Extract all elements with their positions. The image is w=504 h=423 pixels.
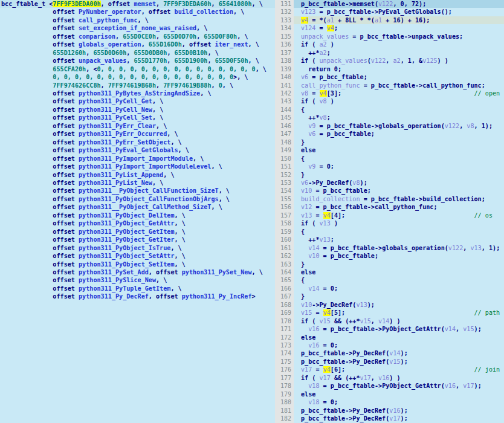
pseudocode-line[interactable]: p_bcc_ftable->Py_DecRef(v14);	[294, 349, 504, 357]
disassembly-line[interactable]: offset python311_PyList_Append, \	[0, 171, 275, 179]
local-variable[interactable]: v13	[301, 212, 312, 219]
number-literal[interactable]: 655D0CE0h	[123, 33, 156, 40]
symbol-name[interactable]: python311__PyObject_CallFunction_SizeT	[79, 187, 219, 194]
local-variable[interactable]: a2	[319, 50, 326, 56]
pseudocode-line[interactable]: v10 = p_bcc_ftable;	[294, 187, 504, 195]
disassembly-pane[interactable]: bcc_ftable_t <7FF9F3DEDA00h, offset mems…	[0, 0, 275, 423]
local-variable[interactable]: v17	[301, 366, 312, 373]
disassembly-line[interactable]	[0, 382, 275, 390]
number-literal[interactable]: 0, 0, 0, 0, 0, 0, 0, 0, 0, 0, 0, 0, 0, 0…	[97, 66, 256, 73]
pseudocode-line[interactable]: p_bcc_ftable->memset(v122, 0, 72);	[294, 0, 504, 8]
pseudocode-line[interactable]: v12 = p_bcc_ftable->call_python_func;	[294, 203, 504, 211]
local-variable[interactable]: v18	[308, 383, 319, 389]
number-literal[interactable]: 0, 0, 0, 0, 0, 0, 0, 0, 0, 0, 0, 0, 0, 0…	[53, 74, 233, 80]
symbol-name[interactable]: python311_PyObject_GetAttr	[79, 220, 175, 227]
disassembly-line[interactable]: offset python311_PyErr_SetObject, \	[0, 138, 275, 146]
number-literal[interactable]: 655D0D60h	[93, 50, 126, 56]
local-variable[interactable]: v10	[308, 253, 319, 259]
symbol-name[interactable]: call_python_func	[79, 17, 138, 24]
pseudocode-line[interactable]: ++*v8;	[294, 114, 504, 121]
disassembly-line[interactable]: offset python311_PyObject_SetAttr, \	[0, 252, 275, 260]
pseudocode-line[interactable]: v6 = p_bcc_ftable;	[294, 130, 504, 138]
disassembly-line[interactable]: offset python311__PyObject_CallMethod_Si…	[0, 203, 275, 211]
pseudocode-line[interactable]: else	[294, 268, 504, 276]
local-variable[interactable]: v124	[301, 25, 315, 31]
pseudocode-line[interactable]: if ( v15 && (++*v15, v14) )	[294, 317, 504, 325]
symbol-name[interactable]: python311_PySlice_New	[79, 277, 156, 283]
disassembly-line[interactable]: offset python311_PyTuple_GetItem, \	[0, 285, 275, 292]
disassembly-line[interactable]	[0, 358, 275, 366]
disassembly-line[interactable]: offset python311_PySet_Add, offset pytho…	[0, 268, 275, 276]
local-variable[interactable]: v16	[445, 383, 456, 389]
symbol-name[interactable]: python311_PyErr_Occurred	[79, 131, 167, 137]
disassembly-line[interactable]	[0, 407, 275, 415]
local-variable[interactable]: v13	[470, 245, 481, 251]
symbol-name[interactable]: python311_PyCell_Set	[79, 114, 152, 121]
symbol-name[interactable]: iter_next	[215, 41, 248, 48]
pseudocode-line[interactable]: }	[294, 292, 504, 300]
symbol-name[interactable]: unpack_values	[79, 57, 126, 64]
local-variable[interactable]: v17	[389, 415, 400, 422]
pseudocode-line[interactable]: if ( v17 && (++*v17, v16) )	[294, 374, 504, 382]
local-variable[interactable]: v16	[308, 342, 319, 349]
pseudocode-line[interactable]: v18 = p_bcc_ftable->PyObject_GetAttr(v16…	[294, 382, 504, 390]
symbol-name[interactable]: python311_Py_IncRef	[182, 293, 252, 300]
local-variable[interactable]: v6	[301, 74, 308, 80]
symbol-name[interactable]: python311_PyErr_Clear	[79, 123, 156, 129]
local-variable[interactable]: v122	[445, 123, 459, 129]
disassembly-line[interactable]: bcc_ftable_t <7FF9F3DEDA00h, offset mems…	[0, 0, 275, 8]
symbol-name[interactable]: python311_PyObject_DelItem	[79, 212, 175, 219]
pseudocode-line[interactable]: p_bcc_ftable->Py_DecRef(v15);	[294, 358, 504, 366]
pseudocode-line[interactable]: {	[294, 106, 504, 114]
disassembly-line[interactable]	[0, 301, 275, 309]
disassembly-line[interactable]	[0, 334, 275, 341]
symbol-name[interactable]: python311_PyObject_IsTrue	[79, 245, 170, 251]
pseudocode-line[interactable]: else	[294, 390, 504, 398]
disassembly-line[interactable]: offset python311_PyObject_CallFunctionOb…	[0, 195, 275, 203]
local-variable[interactable]: v13	[356, 302, 367, 308]
disassembly-line[interactable]: 655CFA20h, <0, 0, 0, 0, 0, 0, 0, 0, 0, 0…	[0, 65, 275, 73]
local-variable[interactable]: v13	[319, 220, 330, 227]
local-variable[interactable]: v16	[378, 375, 389, 381]
highlighted-token[interactable]: 7FF9F3DEDA00h	[53, 1, 100, 7]
disassembly-line[interactable]: offset comparison, 655D0CE0h, 655D0D70h,…	[0, 33, 275, 40]
highlighted-token[interactable]: v4	[301, 17, 308, 24]
symbol-name[interactable]: python311_PyObject_SetAttr	[79, 253, 175, 259]
pseudocode-line[interactable]: call_python_func = p_bcc_ftable->call_py…	[294, 82, 504, 89]
local-variable[interactable]: v14	[308, 245, 319, 251]
local-variable[interactable]: v6	[301, 179, 308, 186]
local-variable[interactable]: v9	[308, 163, 315, 170]
local-variable[interactable]: v125	[422, 57, 437, 64]
pseudocode-line[interactable]: v14 = 0;	[294, 285, 504, 292]
local-variable[interactable]: build_collection	[301, 196, 360, 202]
local-variable[interactable]: v13	[319, 236, 330, 243]
pseudocode-line[interactable]: else	[294, 334, 504, 341]
disassembly-line[interactable]: offset python311_PyObject_SetItem, \	[0, 260, 275, 268]
pseudocode-line[interactable]: v10 = p_bcc_ftable;	[294, 252, 504, 260]
local-variable[interactable]: a2	[319, 41, 326, 48]
number-literal[interactable]: 655D1260h	[53, 50, 86, 56]
local-variable[interactable]: v14	[308, 285, 319, 292]
symbol-name[interactable]: python311_PyObject_SetItem	[79, 261, 175, 268]
disassembly-line[interactable]: offset python311_PyCell_Get, \	[0, 97, 275, 105]
pseudocode-line[interactable]: ++*v13;	[294, 236, 504, 244]
local-variable[interactable]: v9	[308, 123, 315, 129]
number-literal[interactable]: 655D1770h	[134, 57, 167, 64]
pseudocode-pane[interactable]: p_bcc_ftable->memset(v122, 0, 72);v123 =…	[294, 0, 504, 423]
pseudocode-line[interactable]: }	[294, 171, 504, 179]
local-variable[interactable]: v18	[308, 399, 319, 405]
number-literal[interactable]: 655D0DB0h	[134, 50, 167, 56]
highlighted-token[interactable]: v4	[323, 366, 331, 373]
local-variable[interactable]: v122	[371, 57, 386, 64]
symbol-name[interactable]: python311_PyErr_SetObject	[79, 139, 170, 146]
disassembly-line[interactable]: 7FF974626CC8h, 7FF974619B68h, 7FF974619B…	[0, 82, 275, 89]
local-variable[interactable]: v6	[308, 131, 315, 137]
disassembly-line[interactable]: offset python311_PyCell_Set, \	[0, 114, 275, 121]
local-variable[interactable]: v123	[301, 8, 315, 15]
symbol-name[interactable]: python311_PyBytes_AsStringAndSize	[79, 90, 200, 97]
pseudocode-line[interactable]: v9 = 0;	[294, 163, 504, 170]
number-literal[interactable]: 7FF974619B68h	[108, 82, 156, 89]
local-variable[interactable]: v16	[308, 326, 319, 332]
local-variable[interactable]: v14	[378, 318, 389, 325]
disassembly-line[interactable]	[0, 366, 275, 373]
